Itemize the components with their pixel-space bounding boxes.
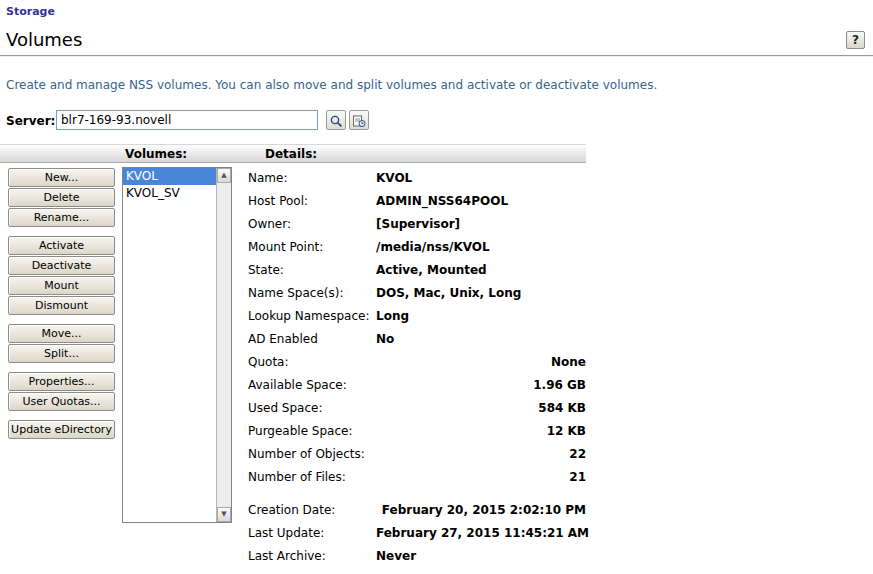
detail-label: State: bbox=[248, 263, 376, 277]
detail-label: Owner: bbox=[248, 217, 376, 231]
move-button[interactable]: Move... bbox=[8, 324, 115, 343]
details-column-header: Details: bbox=[265, 147, 317, 161]
detail-value: 12 KB bbox=[376, 424, 586, 438]
server-input[interactable] bbox=[56, 110, 318, 130]
detail-row-quota: Quota: None bbox=[248, 350, 586, 373]
listbox-scrollbar[interactable]: ▲ ▼ bbox=[216, 168, 231, 522]
detail-value: Active, Mounted bbox=[376, 263, 586, 277]
breadcrumb-storage[interactable]: Storage bbox=[6, 5, 55, 18]
detail-label: Quota: bbox=[248, 355, 376, 369]
detail-row-host-pool: Host Pool: ADMIN_NSS64POOL bbox=[248, 189, 586, 212]
scroll-up-icon[interactable]: ▲ bbox=[217, 168, 231, 183]
detail-row-last-update: Last Update: February 27, 2015 11:45:21 … bbox=[248, 521, 586, 544]
detail-row-owner: Owner: [Supervisor] bbox=[248, 212, 586, 235]
detail-value: 584 KB bbox=[376, 401, 586, 415]
detail-label: Last Update: bbox=[248, 526, 376, 540]
properties-button[interactable]: Properties... bbox=[8, 372, 115, 391]
volumes-list: KVOL KVOL_SV bbox=[123, 168, 216, 522]
detail-label: Available Space: bbox=[248, 378, 376, 392]
detail-value: /media/nss/KVOL bbox=[376, 240, 586, 254]
detail-row-ad-enabled: AD Enabled No bbox=[248, 327, 586, 350]
rename-button[interactable]: Rename... bbox=[8, 208, 115, 227]
delete-button[interactable]: Delete bbox=[8, 188, 115, 207]
dismount-button[interactable]: Dismount bbox=[8, 296, 115, 315]
detail-label: Name Space(s): bbox=[248, 286, 376, 300]
detail-value: February 27, 2015 11:45:21 AM bbox=[376, 526, 589, 540]
detail-row-available-space: Available Space: 1.96 GB bbox=[248, 373, 586, 396]
volume-actions: New... Delete Rename... Activate Deactiv… bbox=[8, 168, 115, 440]
detail-row-name: Name: KVOL bbox=[248, 166, 586, 189]
detail-label: Purgeable Space: bbox=[248, 424, 376, 438]
history-icon bbox=[350, 114, 368, 128]
detail-row-number-of-objects: Number of Objects: 22 bbox=[248, 442, 586, 465]
panel-header-bar: Volumes: Details: bbox=[0, 144, 586, 163]
detail-value: ADMIN_NSS64POOL bbox=[376, 194, 586, 208]
detail-value: None bbox=[376, 355, 586, 369]
detail-label: AD Enabled bbox=[248, 332, 376, 346]
mount-button[interactable]: Mount bbox=[8, 276, 115, 295]
scroll-down-icon[interactable]: ▼ bbox=[217, 507, 231, 522]
server-label: Server: bbox=[6, 114, 55, 128]
detail-row-last-archive: Last Archive: Never bbox=[248, 544, 586, 567]
detail-value: 1.96 GB bbox=[376, 378, 586, 392]
detail-value: [Supervisor] bbox=[376, 217, 586, 231]
object-history-button[interactable] bbox=[349, 110, 369, 130]
detail-value: Never bbox=[376, 549, 586, 563]
help-button[interactable]: ? bbox=[846, 31, 865, 49]
user-quotas-button[interactable]: User Quotas... bbox=[8, 392, 115, 411]
update-edirectory-button[interactable]: Update eDirectory bbox=[8, 420, 115, 439]
detail-label: Number of Objects: bbox=[248, 447, 376, 461]
detail-label: Lookup Namespace: bbox=[248, 309, 376, 323]
detail-value: No bbox=[376, 332, 586, 346]
detail-value: Long bbox=[376, 309, 586, 323]
list-item-kvol[interactable]: KVOL bbox=[123, 168, 216, 185]
list-item-kvol-sv[interactable]: KVOL_SV bbox=[123, 185, 216, 202]
detail-row-lookup-namespace: Lookup Namespace: Long bbox=[248, 304, 586, 327]
split-button[interactable]: Split... bbox=[8, 344, 115, 363]
detail-row-name-spaces: Name Space(s): DOS, Mac, Unix, Long bbox=[248, 281, 586, 304]
new-button[interactable]: New... bbox=[8, 168, 115, 187]
detail-label: Last Archive: bbox=[248, 549, 376, 563]
detail-row-used-space: Used Space: 584 KB bbox=[248, 396, 586, 419]
volume-details: Name: KVOL Host Pool: ADMIN_NSS64POOL Ow… bbox=[248, 166, 586, 567]
detail-value: DOS, Mac, Unix, Long bbox=[376, 286, 586, 300]
page-title: Volumes bbox=[6, 29, 82, 50]
volumes-listbox: KVOL KVOL_SV ▲ ▼ bbox=[122, 167, 232, 523]
detail-value: 22 bbox=[376, 447, 586, 461]
detail-row-creation-date: Creation Date: February 20, 2015 2:02:10… bbox=[248, 498, 586, 521]
detail-row-number-of-files: Number of Files: 21 bbox=[248, 465, 586, 488]
detail-label: Name: bbox=[248, 171, 376, 185]
title-divider bbox=[0, 55, 873, 57]
magnifier-icon bbox=[327, 114, 345, 128]
volumes-column-header: Volumes: bbox=[125, 147, 187, 161]
detail-row-mount-point: Mount Point: /media/nss/KVOL bbox=[248, 235, 586, 258]
detail-label: Used Space: bbox=[248, 401, 376, 415]
detail-label: Host Pool: bbox=[248, 194, 376, 208]
detail-value: February 20, 2015 2:02:10 PM bbox=[376, 503, 586, 517]
detail-label: Creation Date: bbox=[248, 503, 376, 517]
detail-value: 21 bbox=[376, 470, 586, 484]
detail-label: Number of Files: bbox=[248, 470, 376, 484]
object-selector-button[interactable] bbox=[326, 110, 346, 130]
activate-button[interactable]: Activate bbox=[8, 236, 115, 255]
detail-row-state: State: Active, Mounted bbox=[248, 258, 586, 281]
detail-label: Mount Point: bbox=[248, 240, 376, 254]
page-description: Create and manage NSS volumes. You can a… bbox=[6, 78, 657, 92]
deactivate-button[interactable]: Deactivate bbox=[8, 256, 115, 275]
detail-row-purgeable-space: Purgeable Space: 12 KB bbox=[248, 419, 586, 442]
detail-value: KVOL bbox=[376, 171, 586, 185]
